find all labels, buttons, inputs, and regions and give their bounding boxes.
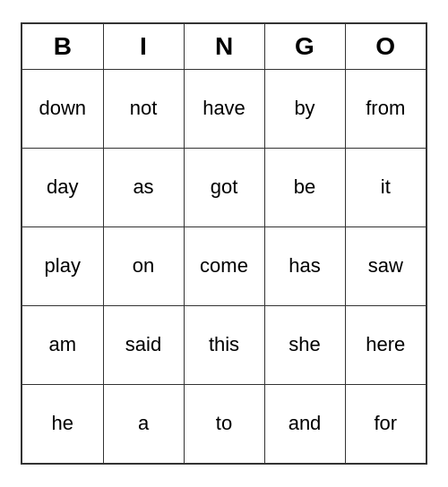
list-item: this [184, 305, 264, 384]
list-item: saw [345, 226, 426, 305]
list-item: am [22, 305, 103, 384]
table-row: downnothavebyfrom [22, 69, 426, 148]
header-o: O [345, 24, 426, 69]
table-row: amsaidthisshehere [22, 305, 426, 384]
list-item: down [22, 69, 103, 148]
list-item: and [264, 384, 345, 463]
list-item: he [22, 384, 103, 463]
header-row: B I N G O [22, 24, 426, 69]
list-item: it [345, 148, 426, 226]
bingo-body: downnothavebyfromdayasgotbeitplayoncomeh… [22, 69, 426, 463]
list-item: got [184, 148, 264, 226]
list-item: be [264, 148, 345, 226]
header-b: B [22, 24, 103, 69]
list-item: as [103, 148, 184, 226]
list-item: on [103, 226, 184, 305]
list-item: day [22, 148, 103, 226]
table-row: heatoandfor [22, 384, 426, 463]
header-n: N [184, 24, 264, 69]
list-item: have [184, 69, 264, 148]
bingo-table: B I N G O downnothavebyfromdayasgotbeitp… [22, 24, 426, 463]
list-item: has [264, 226, 345, 305]
list-item: for [345, 384, 426, 463]
list-item: from [345, 69, 426, 148]
list-item: not [103, 69, 184, 148]
header-g: G [264, 24, 345, 69]
list-item: said [103, 305, 184, 384]
table-row: playoncomehassaw [22, 226, 426, 305]
list-item: to [184, 384, 264, 463]
header-i: I [103, 24, 184, 69]
list-item: here [345, 305, 426, 384]
bingo-card: B I N G O downnothavebyfromdayasgotbeitp… [21, 22, 427, 465]
table-row: dayasgotbeit [22, 148, 426, 226]
list-item: play [22, 226, 103, 305]
list-item: by [264, 69, 345, 148]
list-item: a [103, 384, 184, 463]
list-item: she [264, 305, 345, 384]
list-item: come [184, 226, 264, 305]
